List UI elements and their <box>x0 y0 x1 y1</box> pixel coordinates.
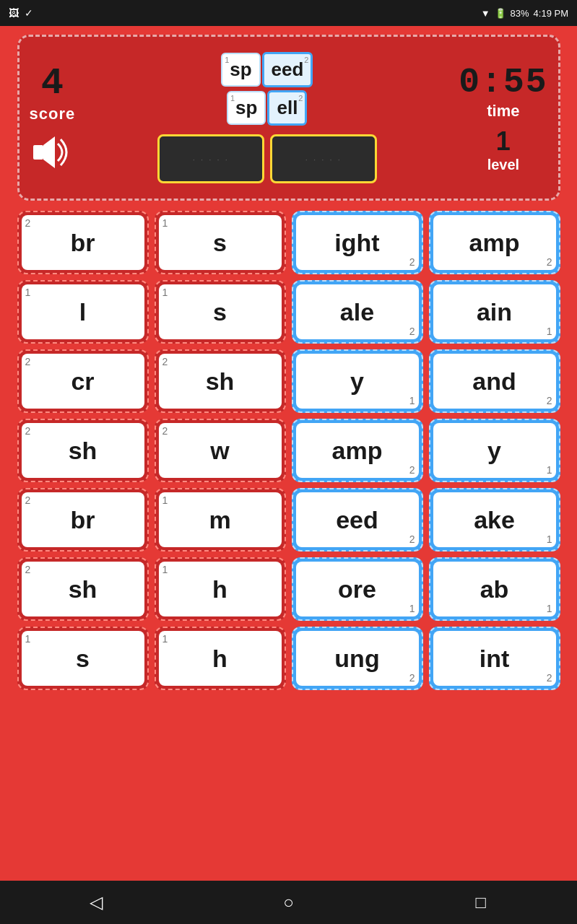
card-inner: ight2 <box>296 215 419 270</box>
svg-marker-1 <box>43 136 55 168</box>
card-item[interactable]: 2br <box>17 211 149 274</box>
tile-ell[interactable]: ell 2 <box>267 90 307 126</box>
card-item[interactable]: ale2 <box>292 280 423 344</box>
card-item[interactable]: int2 <box>429 627 560 690</box>
card-letter: amp <box>332 437 383 465</box>
card-letter: ake <box>474 506 515 534</box>
card-item[interactable]: 2cr <box>17 349 149 413</box>
card-num-tl: 2 <box>25 564 31 575</box>
card-item[interactable]: y1 <box>429 419 560 482</box>
battery-icon: 🔋 <box>495 8 506 19</box>
card-num-br: 1 <box>547 603 552 614</box>
card-item[interactable]: ake1 <box>429 488 560 552</box>
timer-label: time <box>487 102 519 121</box>
card-letter: s <box>76 645 90 673</box>
card-num-br: 2 <box>547 672 552 684</box>
level-value: 1 <box>487 126 519 157</box>
card-grid: 2br1sight2amp21l1sale2ain12cr2shy1and22s… <box>17 208 560 693</box>
card-letter: sh <box>69 575 97 603</box>
card-inner: int2 <box>433 631 556 686</box>
card-item[interactable]: y1 <box>292 349 423 413</box>
card-letter: m <box>209 506 230 534</box>
nav-recents-button[interactable]: □ <box>459 881 503 924</box>
card-letter: h <box>212 645 227 673</box>
card-num-tl: 2 <box>25 425 31 437</box>
card-num-br: 2 <box>409 533 415 545</box>
input-placeholder-1: · · · · · <box>192 154 229 165</box>
card-inner: 1s <box>22 631 144 686</box>
card-num-tl: 1 <box>162 633 168 645</box>
tile-sp-1[interactable]: 1 sp <box>221 53 260 87</box>
card-num-br: 2 <box>409 464 415 476</box>
card-num-tl: 2 <box>25 356 31 367</box>
card-num-br: 2 <box>409 256 415 268</box>
input-placeholder-2: · · · · · <box>305 154 342 165</box>
nav-back-button[interactable]: ◁ <box>74 881 118 924</box>
game-wrapper: 4 score 1 sp eed 2 <box>0 26 577 881</box>
card-item[interactable]: 1s <box>155 211 286 274</box>
card-inner: ung2 <box>296 631 419 686</box>
card-num-tl: 2 <box>25 217 31 229</box>
card-inner: 1h <box>159 631 282 686</box>
card-letter: l <box>79 298 86 326</box>
card-item[interactable]: ight2 <box>292 211 423 274</box>
speaker-button[interactable] <box>30 131 74 174</box>
card-inner: 2br <box>22 215 144 270</box>
timer-value: 0:55 <box>459 63 547 102</box>
card-num-tl: 1 <box>162 217 168 229</box>
card-item[interactable]: ore1 <box>292 557 423 621</box>
card-inner: 2sh <box>22 423 144 478</box>
card-item[interactable]: eed2 <box>292 488 423 552</box>
card-item[interactable]: ung2 <box>292 627 423 690</box>
card-item[interactable]: 2br <box>17 488 149 552</box>
card-item[interactable]: amp2 <box>429 211 560 274</box>
card-item[interactable]: 2sh <box>155 349 286 413</box>
header-panel: 4 score 1 sp eed 2 <box>17 35 560 201</box>
card-inner: amp2 <box>433 215 556 270</box>
card-num-tl: 1 <box>162 494 168 506</box>
card-inner: 2w <box>159 423 282 478</box>
card-inner: 1h <box>159 562 282 616</box>
card-letter: y <box>350 367 364 396</box>
card-item[interactable]: amp2 <box>292 419 423 482</box>
card-inner: 1m <box>159 492 282 547</box>
card-item[interactable]: 2sh <box>17 419 149 482</box>
score-section: 4 score <box>30 62 76 174</box>
input-box-2[interactable]: · · · · · <box>270 134 377 183</box>
card-item[interactable]: ain1 <box>429 280 560 344</box>
card-item[interactable]: 1h <box>155 557 286 621</box>
card-inner: 1s <box>159 215 282 270</box>
card-num-br: 2 <box>409 672 415 684</box>
card-letter: int <box>480 645 510 673</box>
input-box-1[interactable]: · · · · · <box>157 134 264 183</box>
gallery-icon: 🖼 <box>9 7 19 19</box>
battery-pct: 83% <box>511 8 529 19</box>
status-bar: 🖼 ✓ ▼ 🔋 83% 4:19 PM <box>0 0 577 26</box>
card-item[interactable]: 1s <box>17 627 149 690</box>
clock: 4:19 PM <box>534 8 568 19</box>
card-item[interactable]: 1h <box>155 627 286 690</box>
card-inner: 2br <box>22 492 144 547</box>
card-inner: ore1 <box>296 562 419 616</box>
card-item[interactable]: 1s <box>155 280 286 344</box>
card-item[interactable]: 2sh <box>17 557 149 621</box>
card-letter: ight <box>334 229 379 257</box>
wifi-icon: ▼ <box>481 8 490 19</box>
card-inner: ab1 <box>433 562 556 616</box>
card-inner: 2cr <box>22 354 144 409</box>
card-letter: w <box>210 437 229 465</box>
card-item[interactable]: ab1 <box>429 557 560 621</box>
check-icon: ✓ <box>25 7 33 19</box>
card-letter: eed <box>336 506 378 534</box>
card-item[interactable]: and2 <box>429 349 560 413</box>
card-letter: ain <box>477 298 512 326</box>
bottom-bar <box>0 693 577 780</box>
card-item[interactable]: 1m <box>155 488 286 552</box>
card-inner: and2 <box>433 354 556 409</box>
tile-sp-2[interactable]: 1 sp <box>227 91 266 125</box>
card-item[interactable]: 2w <box>155 419 286 482</box>
card-item[interactable]: 1l <box>17 280 149 344</box>
card-num-tl: 2 <box>25 494 31 506</box>
tile-eed[interactable]: eed 2 <box>262 52 313 87</box>
nav-home-button[interactable]: ○ <box>266 881 310 924</box>
